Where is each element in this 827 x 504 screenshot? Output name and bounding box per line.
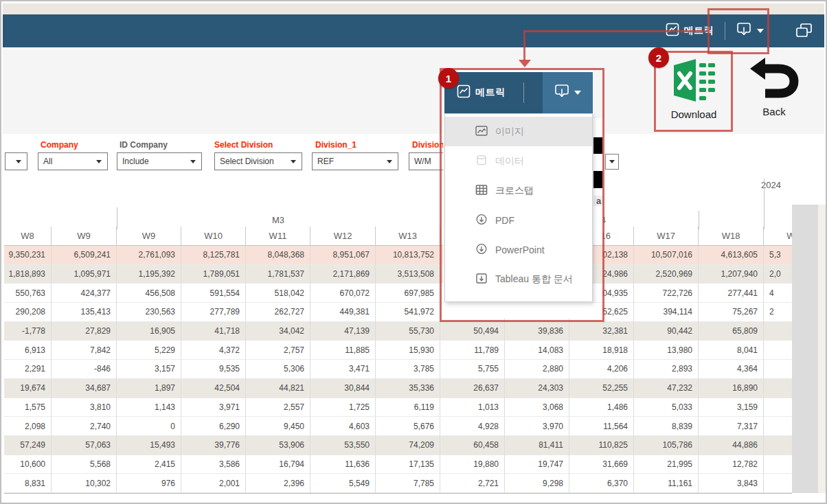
table-cell: 290,208	[4, 303, 52, 322]
filter-dropdown-partial[interactable]	[5, 152, 27, 170]
table-cell: 9,450	[246, 417, 310, 436]
table-cell: 2,761,093	[117, 246, 181, 265]
table-cell: 9,298	[505, 474, 569, 493]
table-cell: 7,785	[376, 474, 440, 493]
table-cell: 15,930	[376, 341, 440, 360]
annotation-connector-line	[523, 30, 525, 60]
table-row: 9,350,2316,509,2412,761,0938,125,7818,04…	[4, 246, 827, 265]
table-cell: 277,789	[181, 303, 246, 322]
table-cell: 2,721	[440, 474, 505, 493]
table-cell: 2,291	[4, 360, 52, 379]
filter-dropdown-division-1[interactable]: REF	[312, 152, 398, 170]
back-arrow-icon	[749, 56, 800, 103]
table-cell: 50,494	[440, 322, 505, 341]
table-cell: 3,157	[117, 360, 181, 379]
chevron-down-icon	[16, 160, 21, 163]
filter-label-id-company: ID Company	[120, 140, 168, 150]
table-cell: 277,441	[699, 284, 764, 303]
table-cell: 6,913	[4, 341, 52, 360]
table-cell: 1,897	[117, 379, 181, 398]
table-cell: 11,161	[634, 474, 699, 493]
table-cell: 11,885	[310, 341, 376, 360]
table-cell: 26,637	[440, 379, 505, 398]
table-cell: 2,757	[246, 341, 310, 360]
week-column-header: W9	[52, 227, 117, 246]
table-cell: 5,033	[634, 398, 699, 417]
table-cell: 90,442	[634, 322, 699, 341]
table-cell: 2,415	[117, 455, 181, 474]
table-cell: 39,836	[505, 322, 569, 341]
table-cell: 1,789,051	[181, 265, 246, 284]
table-cell: 105,786	[634, 436, 699, 455]
back-label: Back	[745, 106, 804, 117]
week-column-header: W12	[310, 227, 376, 246]
table-cell: 976	[117, 474, 181, 493]
filter-dropdown-company[interactable]: All	[38, 152, 108, 170]
table-cell: 5,306	[246, 360, 310, 379]
table-cell: 15,493	[117, 436, 181, 455]
table-cell: 3,970	[505, 417, 569, 436]
table-cell: 518,042	[246, 284, 310, 303]
table-cell: 4,928	[440, 417, 505, 436]
table-cell: 19,674	[4, 379, 52, 398]
table-cell: 262,727	[246, 303, 310, 322]
table-cell: 110,825	[569, 436, 634, 455]
table-cell: 53,906	[246, 436, 310, 455]
table-cell: 3,159	[699, 398, 764, 417]
table-cell: -846	[52, 360, 117, 379]
table-bottom-border	[4, 493, 792, 494]
week-column-header: W13	[376, 227, 440, 246]
right-margin	[818, 205, 826, 493]
table-cell: 39,776	[181, 436, 246, 455]
back-action[interactable]: Back	[745, 56, 804, 128]
filter-dropdown-select-division[interactable]: Select Division	[214, 152, 302, 170]
vertical-scrollbar[interactable]	[792, 205, 818, 493]
table-cell: 230,563	[117, 303, 181, 322]
table-cell: 32,381	[569, 322, 634, 341]
crosstab-table: W8W9W9W10W11W12W13W14W15W16W17W18W199,35…	[4, 227, 827, 493]
filter-label-select-division: Select Division	[214, 140, 273, 150]
table-cell: 21,995	[634, 455, 699, 474]
table-cell: 6,290	[181, 417, 246, 436]
table-cell: 60,458	[440, 436, 505, 455]
fullscreen-button[interactable]	[795, 23, 813, 39]
chevron-down-icon	[96, 160, 102, 163]
table-header-row: W8W9W9W10W11W12W13W14W15W16W17W18W19	[4, 227, 827, 246]
table-cell: 55,730	[376, 322, 440, 341]
table-cell: 10,813,752	[376, 246, 440, 265]
annotation-connector-line	[525, 30, 707, 32]
table-cell: 8,048,368	[246, 246, 310, 265]
table-cell: 4,206	[569, 360, 634, 379]
table-cell: 1,575	[4, 398, 52, 417]
table-cell: 3,971	[181, 398, 246, 417]
table-cell: 8,041	[699, 341, 764, 360]
table-row: 6,9137,8425,2294,3722,75711,88515,93011,…	[4, 341, 827, 360]
table-cell: 10,600	[4, 455, 52, 474]
table-cell: 44,886	[699, 436, 764, 455]
filter-value: Select Division	[215, 157, 291, 166]
table-cell: 5,549	[310, 474, 376, 493]
table-cell: 8,831	[4, 474, 52, 493]
step-badge-2: 2	[648, 47, 669, 68]
table-cell: 5,229	[117, 341, 181, 360]
table-cell: 2,740	[52, 417, 117, 436]
table-cell: 27,829	[52, 322, 117, 341]
table-cell: 18,918	[569, 341, 634, 360]
table-cell: 16,905	[117, 322, 181, 341]
year-separator-line	[764, 179, 764, 229]
table-row: 1,818,8931,095,9711,195,3921,789,0511,78…	[4, 265, 827, 284]
table-cell: 11,564	[569, 417, 634, 436]
table-cell: 52,255	[569, 379, 634, 398]
table-cell: 670,072	[310, 284, 376, 303]
table-row: 290,208135,413230,563277,789262,727449,3…	[4, 303, 827, 322]
chevron-down-icon	[387, 160, 392, 163]
occluded-dropdown[interactable]	[605, 154, 619, 170]
table-row: 19,67434,6871,89742,50444,82130,84435,33…	[4, 379, 827, 398]
table-cell: 2,396	[246, 474, 310, 493]
table-cell: 4,372	[181, 341, 246, 360]
table-cell: 2,171,869	[310, 265, 376, 284]
week-column-header: W17	[634, 227, 699, 246]
filter-dropdown-id-company[interactable]: Include	[117, 152, 202, 170]
table-cell: 5,676	[376, 417, 440, 436]
table-cell: 7,842	[52, 341, 117, 360]
